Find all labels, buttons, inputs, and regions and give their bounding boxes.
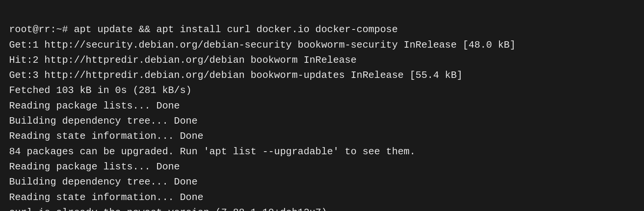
- terminal-line: Reading state information... Done: [9, 129, 635, 144]
- terminal-line: Get:1 http://security.debian.org/debian-…: [9, 37, 635, 53]
- terminal-line: Building dependency tree... Done: [9, 113, 635, 129]
- terminal-line: Reading package lists... Done: [9, 159, 635, 174]
- terminal-line: Get:3 http://httpredir.debian.org/debian…: [9, 68, 635, 83]
- terminal-line: curl is already the newest version (7.88…: [9, 205, 635, 211]
- terminal-window: root@rr:~# apt update && apt install cur…: [0, 0, 644, 211]
- terminal-line: 84 packages can be upgraded. Run 'apt li…: [9, 144, 635, 159]
- terminal-line: Reading package lists... Done: [9, 98, 635, 113]
- terminal-line: Fetched 103 kB in 0s (281 kB/s): [9, 83, 635, 98]
- terminal-line: Hit:2 http://httpredir.debian.org/debian…: [9, 53, 635, 68]
- terminal-line: root@rr:~# apt update && apt install cur…: [9, 22, 635, 37]
- terminal-line: Building dependency tree... Done: [9, 174, 635, 189]
- terminal-line: Reading state information... Done: [9, 190, 635, 205]
